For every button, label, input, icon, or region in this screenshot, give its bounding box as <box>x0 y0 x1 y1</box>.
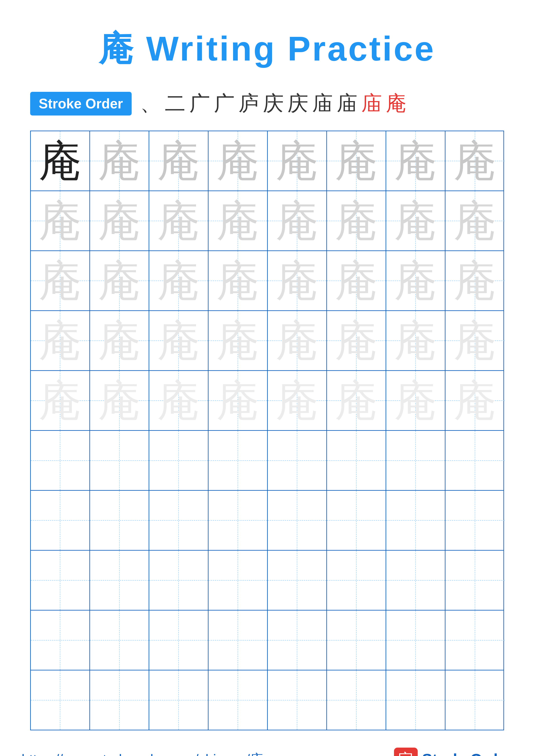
grid-cell[interactable]: 庵 <box>90 131 149 191</box>
grid-cell[interactable] <box>386 670 445 730</box>
grid-cell[interactable]: 庵 <box>268 191 327 251</box>
grid-cell[interactable]: 庵 <box>149 251 209 310</box>
grid-row-1: 庵 庵 庵 庵 庵 庵 庵 庵 <box>31 131 503 191</box>
grid-cell[interactable]: 庵 <box>386 191 445 251</box>
grid-cell[interactable] <box>327 610 386 670</box>
grid-cell[interactable] <box>90 551 149 610</box>
grid-cell[interactable]: 庵 <box>445 371 505 430</box>
grid-cell[interactable] <box>149 670 209 730</box>
grid-cell[interactable] <box>386 551 445 610</box>
grid-cell[interactable] <box>268 670 327 730</box>
stroke-sequence: 、 二 广 广 庐 庆 庆 庙 庙 庙 庵 <box>140 90 406 118</box>
grid-cell[interactable]: 庵 <box>386 311 445 370</box>
grid-cell[interactable]: 庵 <box>268 251 327 310</box>
grid-cell[interactable] <box>209 551 268 610</box>
grid-cell[interactable]: 庵 <box>31 311 90 370</box>
grid-cell[interactable] <box>327 551 386 610</box>
grid-cell[interactable] <box>149 551 209 610</box>
grid-cell[interactable] <box>209 431 268 490</box>
grid-cell[interactable] <box>31 670 90 730</box>
grid-cell[interactable] <box>90 610 149 670</box>
grid-cell[interactable] <box>445 610 505 670</box>
grid-cell[interactable] <box>31 491 90 550</box>
grid-cell[interactable]: 庵 <box>209 131 268 191</box>
grid-cell[interactable]: 庵 <box>327 371 386 430</box>
grid-cell[interactable]: 庵 <box>268 371 327 430</box>
grid-cell[interactable]: 庵 <box>209 311 268 370</box>
grid-cell[interactable]: 庵 <box>209 371 268 430</box>
grid-cell[interactable] <box>327 491 386 550</box>
grid-cell[interactable] <box>445 551 505 610</box>
grid-cell[interactable] <box>445 491 505 550</box>
stroke-4: 广 <box>214 90 235 118</box>
grid-cell[interactable]: 庵 <box>90 251 149 310</box>
grid-cell[interactable]: 庵 <box>31 371 90 430</box>
grid-cell[interactable]: 庵 <box>327 191 386 251</box>
footer-url[interactable]: https://www.strokeorder.com/chinese/庵 <box>21 750 264 756</box>
grid-cell[interactable] <box>209 670 268 730</box>
stroke-3: 广 <box>189 90 210 118</box>
grid-cell[interactable] <box>90 431 149 490</box>
grid-row-5: 庵 庵 庵 庵 庵 庵 庵 庵 <box>31 371 503 431</box>
grid-row-8 <box>31 551 503 610</box>
stroke-7: 庆 <box>288 90 308 118</box>
grid-cell[interactable] <box>386 431 445 490</box>
grid-cell[interactable] <box>327 670 386 730</box>
practice-char: 庵 <box>157 259 200 302</box>
grid-cell[interactable]: 庵 <box>386 131 445 191</box>
grid-cell[interactable]: 庵 <box>149 311 209 370</box>
stroke-9: 庙 <box>337 90 357 118</box>
grid-cell[interactable]: 庵 <box>386 251 445 310</box>
grid-cell[interactable]: 庵 <box>31 131 90 191</box>
grid-cell[interactable] <box>90 491 149 550</box>
grid-cell[interactable]: 庵 <box>445 191 505 251</box>
grid-cell[interactable] <box>386 491 445 550</box>
grid-cell[interactable] <box>445 670 505 730</box>
grid-cell[interactable] <box>268 431 327 490</box>
grid-cell[interactable] <box>31 610 90 670</box>
grid-cell[interactable]: 庵 <box>90 191 149 251</box>
grid-cell[interactable]: 庵 <box>90 311 149 370</box>
grid-cell[interactable]: 庵 <box>386 371 445 430</box>
practice-char: 庵 <box>98 319 141 362</box>
grid-cell[interactable]: 庵 <box>327 251 386 310</box>
grid-cell[interactable] <box>31 431 90 490</box>
practice-char: 庵 <box>216 319 259 362</box>
footer: https://www.strokeorder.com/chinese/庵 字 … <box>0 730 534 756</box>
grid-cell[interactable] <box>386 610 445 670</box>
grid-cell[interactable] <box>268 491 327 550</box>
grid-cell[interactable] <box>445 431 505 490</box>
grid-cell[interactable] <box>31 551 90 610</box>
grid-cell[interactable]: 庵 <box>445 131 505 191</box>
grid-cell[interactable] <box>209 610 268 670</box>
grid-cell[interactable] <box>149 610 209 670</box>
grid-cell[interactable] <box>149 431 209 490</box>
grid-cell[interactable]: 庵 <box>31 191 90 251</box>
grid-cell[interactable] <box>149 491 209 550</box>
practice-char: 庵 <box>98 139 141 182</box>
grid-row-9 <box>31 610 503 670</box>
grid-cell[interactable]: 庵 <box>149 371 209 430</box>
grid-cell[interactable]: 庵 <box>445 251 505 310</box>
grid-cell[interactable] <box>268 610 327 670</box>
grid-cell[interactable]: 庵 <box>327 311 386 370</box>
grid-cell[interactable]: 庵 <box>209 251 268 310</box>
grid-cell[interactable]: 庵 <box>209 191 268 251</box>
grid-row-2: 庵 庵 庵 庵 庵 庵 庵 庵 <box>31 191 503 251</box>
grid-cell[interactable] <box>209 491 268 550</box>
practice-char: 庵 <box>394 259 437 302</box>
grid-cell[interactable]: 庵 <box>268 311 327 370</box>
grid-cell[interactable]: 庵 <box>268 131 327 191</box>
grid-cell[interactable]: 庵 <box>31 251 90 310</box>
grid-cell[interactable] <box>327 431 386 490</box>
grid-cell[interactable] <box>268 551 327 610</box>
grid-cell[interactable]: 庵 <box>149 191 209 251</box>
grid-cell[interactable]: 庵 <box>445 311 505 370</box>
practice-char: 庵 <box>335 259 378 302</box>
grid-cell[interactable]: 庵 <box>90 371 149 430</box>
grid-cell[interactable]: 庵 <box>149 131 209 191</box>
grid-cell[interactable] <box>90 670 149 730</box>
grid-cell[interactable]: 庵 <box>327 131 386 191</box>
grid-row-4: 庵 庵 庵 庵 庵 庵 庵 庵 <box>31 311 503 371</box>
grid-row-6 <box>31 431 503 491</box>
